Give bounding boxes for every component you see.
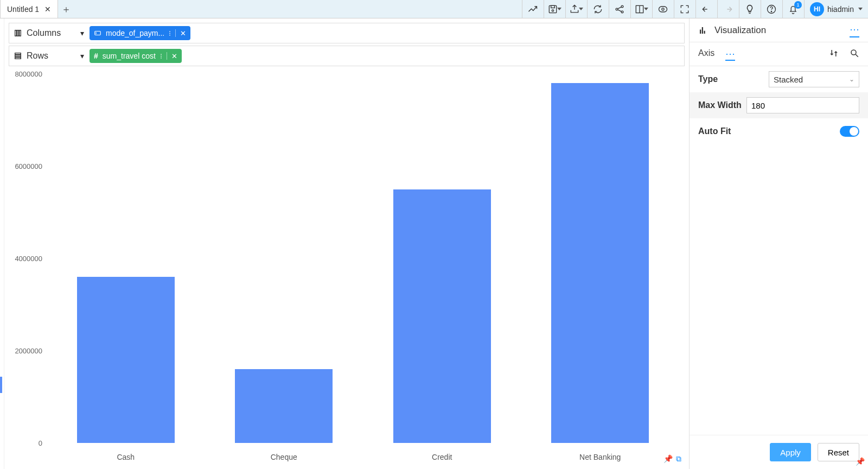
chart-corner-actions: 📌 ⧉ <box>663 454 681 464</box>
close-icon[interactable]: ✕ <box>180 29 186 37</box>
svg-point-2 <box>552 9 554 11</box>
chevron-down-icon <box>579 8 583 10</box>
rows-shelf-header: Rows ▾ <box>14 51 84 61</box>
reset-button[interactable]: Reset <box>818 443 859 461</box>
close-icon[interactable]: ✕ <box>171 52 177 60</box>
y-tick: 0 <box>39 439 42 447</box>
user-menu[interactable]: HI hiadmin <box>804 0 868 18</box>
side-header: Visualization ⋯ <box>690 18 868 42</box>
type-value: Stacked <box>774 75 803 84</box>
line-chart-icon[interactable] <box>522 0 544 18</box>
y-tick: 8000000 <box>15 70 42 78</box>
x-tick: Cash <box>47 453 205 461</box>
chevron-down-icon <box>557 8 561 10</box>
bar[interactable] <box>77 277 175 443</box>
redo-icon <box>717 0 739 18</box>
avatar: HI <box>810 2 824 16</box>
fullscreen-icon[interactable] <box>674 0 695 18</box>
bar-column <box>363 74 521 443</box>
subtab-more-icon[interactable]: ⋯ <box>725 48 735 61</box>
rows-label: Rows <box>27 51 48 61</box>
swap-axes-icon[interactable] <box>829 48 839 60</box>
rows-pill[interactable]: # sum_travel cost ⁝ ✕ <box>90 49 182 63</box>
pill-divider <box>167 52 167 60</box>
maxwidth-row: Max Width <box>690 92 868 118</box>
side-footer: Apply Reset <box>690 435 868 469</box>
refresh-icon[interactable] <box>587 0 609 18</box>
svg-rect-1 <box>551 5 555 8</box>
rows-icon <box>14 52 22 60</box>
type-select[interactable]: Stacked ⌄ <box>769 71 859 87</box>
main-area: Columns ▾ mode_of_paym... ⁝ ✕ Rows ▾ # s… <box>0 18 868 469</box>
pill-options-icon[interactable]: ⁝ <box>160 52 162 60</box>
close-icon[interactable]: ✕ <box>44 5 51 14</box>
autofit-label: Auto Fit <box>698 126 769 136</box>
tab-untitled[interactable]: Untitled 1 ✕ <box>0 0 58 18</box>
type-row: Type Stacked ⌄ <box>690 66 868 92</box>
svg-point-3 <box>616 8 618 10</box>
chevron-down-icon[interactable]: ▾ <box>80 52 84 60</box>
svg-point-22 <box>851 50 856 55</box>
help-icon[interactable] <box>761 0 782 18</box>
bar[interactable] <box>393 189 491 443</box>
layout-icon[interactable] <box>630 0 652 18</box>
tab-strip: Untitled 1 ✕ ＋ <box>0 0 522 18</box>
bar[interactable] <box>235 369 333 443</box>
share-icon[interactable] <box>609 0 630 18</box>
link-icon[interactable]: ⧉ <box>676 454 681 464</box>
notification-badge: 1 <box>794 1 802 9</box>
add-tab-button[interactable]: ＋ <box>58 0 74 18</box>
y-tick: 4000000 <box>15 255 42 263</box>
chevron-down-icon <box>858 8 863 10</box>
svg-rect-17 <box>95 31 101 35</box>
subtab-axis[interactable]: Axis <box>698 48 714 60</box>
pin-icon[interactable]: 📌 <box>663 454 673 464</box>
chevron-down-icon <box>644 8 648 10</box>
undo-icon[interactable] <box>695 0 717 18</box>
maxwidth-label: Max Width <box>698 100 746 110</box>
bar[interactable] <box>551 83 649 443</box>
pin-icon[interactable]: 📌 <box>856 457 865 466</box>
chevron-down-icon: ⌄ <box>849 75 854 83</box>
notification-icon[interactable]: 1 <box>782 0 804 18</box>
svg-line-7 <box>618 9 622 11</box>
search-icon[interactable] <box>850 48 859 60</box>
side-subtabs: Axis ⋯ <box>690 42 868 66</box>
x-tick: Credit <box>363 453 521 461</box>
side-title: Visualization <box>714 25 766 36</box>
chevron-down-icon[interactable]: ▾ <box>80 29 84 37</box>
preview-icon[interactable] <box>652 0 674 18</box>
left-handle[interactable] <box>0 377 2 393</box>
x-axis: CashChequeCreditNet Banking <box>47 453 679 461</box>
svg-line-6 <box>618 7 622 8</box>
columns-shelf[interactable]: Columns ▾ mode_of_paym... ⁝ ✕ <box>9 23 685 43</box>
plot-region <box>47 74 679 443</box>
type-label: Type <box>698 74 769 84</box>
maxwidth-input[interactable] <box>746 97 859 113</box>
svg-point-11 <box>662 8 664 10</box>
idea-icon[interactable] <box>739 0 761 18</box>
svg-rect-16 <box>20 30 21 36</box>
bar-column <box>521 74 680 443</box>
svg-rect-10 <box>659 7 667 12</box>
side-more-icon[interactable]: ⋯ <box>850 23 859 37</box>
x-tick: Cheque <box>205 453 363 461</box>
svg-rect-19 <box>15 53 21 55</box>
autofit-toggle[interactable] <box>840 126 859 137</box>
columns-pill[interactable]: mode_of_paym... ⁝ ✕ <box>90 26 190 40</box>
svg-point-4 <box>622 5 624 8</box>
bar-container <box>47 74 679 443</box>
left-collapse-bar[interactable] <box>0 18 4 469</box>
y-tick: 6000000 <box>15 162 42 170</box>
columns-pill-label: mode_of_paym... <box>106 29 164 37</box>
side-panel: Visualization ⋯ Axis ⋯ Type Stacked ⌄ Ma… <box>689 18 868 469</box>
svg-point-13 <box>771 11 772 11</box>
columns-shelf-header: Columns ▾ <box>14 28 84 38</box>
apply-button[interactable]: Apply <box>770 443 811 461</box>
svg-rect-15 <box>17 30 19 36</box>
svg-point-5 <box>622 11 624 13</box>
rows-shelf[interactable]: Rows ▾ # sum_travel cost ⁝ ✕ <box>9 46 685 66</box>
export-icon[interactable] <box>565 0 587 18</box>
pill-options-icon[interactable]: ⁝ <box>169 29 171 37</box>
save-icon[interactable] <box>544 0 565 18</box>
